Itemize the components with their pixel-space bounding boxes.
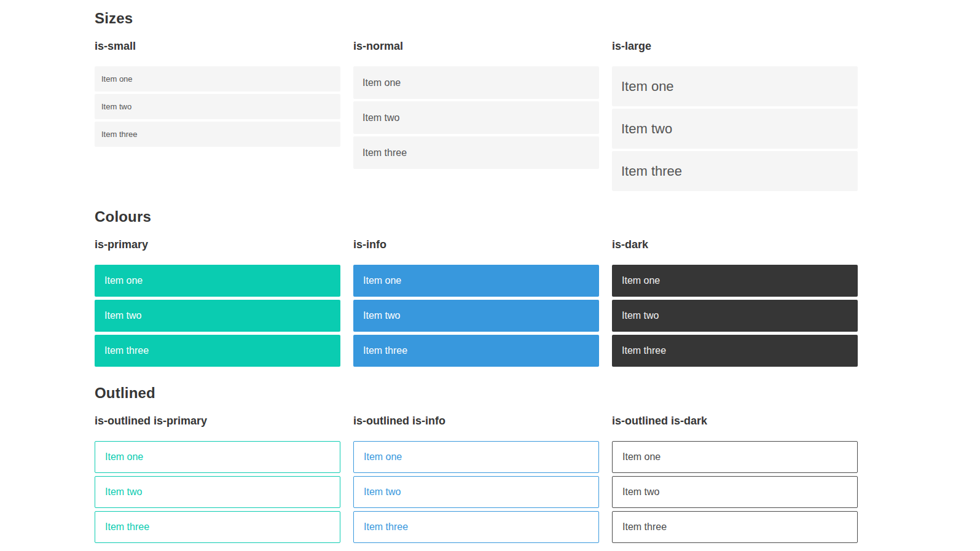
list-item[interactable]: Item three [612,151,858,191]
group-is-info: is-info Item one Item two Item three [353,238,599,370]
section-colours: Colours is-primary Item one Item two Ite… [95,208,858,370]
list-item[interactable]: Item three [612,511,858,543]
list-item[interactable]: Item two [612,109,858,149]
group-label: is-normal [353,40,599,53]
colours-columns: is-primary Item one Item two Item three … [95,238,858,370]
list-item[interactable]: Item one [353,265,599,297]
list-item[interactable]: Item one [353,66,599,99]
list-is-outlined-is-dark: Item one Item two Item three [612,441,858,543]
sizes-columns: is-small Item one Item two Item three is… [95,40,858,193]
list-item[interactable]: Item two [353,476,599,508]
list-item[interactable]: Item one [353,441,599,473]
list-item[interactable]: Item one [95,441,340,473]
list-item[interactable]: Item one [612,265,858,297]
group-label: is-dark [612,238,858,251]
list-item[interactable]: Item one [612,441,858,473]
list-is-outlined-is-primary: Item one Item two Item three [95,441,340,543]
list-item[interactable]: Item two [95,300,340,332]
list-is-small: Item one Item two Item three [95,66,340,147]
group-label: is-info [353,238,599,251]
list-item[interactable]: Item three [95,335,340,367]
list-item[interactable]: Item one [612,66,858,106]
section-outlined: Outlined is-outlined is-primary Item one… [95,385,858,546]
group-label: is-outlined is-primary [95,415,340,428]
section-title: Outlined [95,385,858,402]
group-is-outlined-is-dark: is-outlined is-dark Item one Item two It… [612,415,858,546]
group-is-primary: is-primary Item one Item two Item three [95,238,340,370]
group-is-outlined-is-info: is-outlined is-info Item one Item two It… [353,415,599,546]
list-item[interactable]: Item three [353,136,599,169]
group-label: is-small [95,40,340,53]
list-item[interactable]: Item three [353,335,599,367]
list-item[interactable]: Item two [95,476,340,508]
list-is-large: Item one Item two Item three [612,66,858,191]
list-is-normal: Item one Item two Item three [353,66,599,169]
docs-page: Sizes is-small Item one Item two Item th… [0,0,980,551]
list-item[interactable]: Item two [353,101,599,134]
list-item[interactable]: Item three [612,335,858,367]
group-is-normal: is-normal Item one Item two Item three [353,40,599,193]
list-is-info: Item one Item two Item three [353,265,599,367]
list-item[interactable]: Item two [353,300,599,332]
list-item[interactable]: Item one [95,265,340,297]
group-is-dark: is-dark Item one Item two Item three [612,238,858,370]
list-item[interactable]: Item three [95,511,340,543]
group-is-small: is-small Item one Item two Item three [95,40,340,193]
list-item[interactable]: Item two [612,476,858,508]
group-label: is-primary [95,238,340,251]
list-item[interactable]: Item three [95,122,340,147]
list-item[interactable]: Item two [612,300,858,332]
group-is-outlined-is-primary: is-outlined is-primary Item one Item two… [95,415,340,546]
group-label: is-outlined is-info [353,415,599,428]
list-is-primary: Item one Item two Item three [95,265,340,367]
group-label: is-outlined is-dark [612,415,858,428]
group-label: is-large [612,40,858,53]
list-item[interactable]: Item one [95,66,340,92]
section-title: Sizes [95,10,858,27]
list-is-dark: Item one Item two Item three [612,265,858,367]
section-title: Colours [95,208,858,225]
section-sizes: Sizes is-small Item one Item two Item th… [95,10,858,193]
list-item[interactable]: Item three [353,511,599,543]
outlined-columns: is-outlined is-primary Item one Item two… [95,415,858,546]
list-item[interactable]: Item two [95,94,340,119]
list-is-outlined-is-info: Item one Item two Item three [353,441,599,543]
group-is-large: is-large Item one Item two Item three [612,40,858,193]
